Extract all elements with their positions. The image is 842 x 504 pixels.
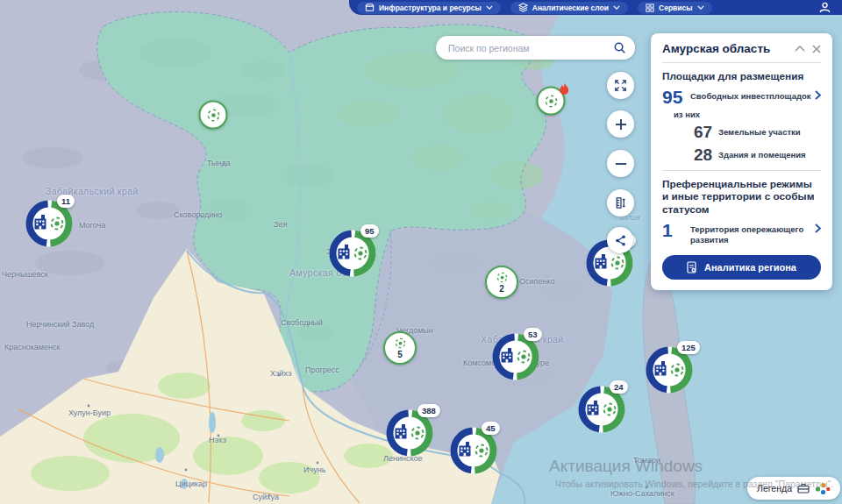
infrastructure-icon bbox=[365, 3, 375, 12]
menu-services[interactable]: Сервисы bbox=[638, 2, 712, 14]
spot-count: 5 bbox=[397, 351, 403, 359]
menu-infrastructure[interactable]: Инфраструктура и ресурсы bbox=[357, 2, 501, 14]
zoom-out-button[interactable] bbox=[607, 150, 634, 177]
map-cluster-marker[interactable]: 388 bbox=[386, 409, 433, 457]
cluster-count-badge: 53 bbox=[524, 328, 542, 341]
panel-title: Амурская область bbox=[662, 42, 788, 55]
of-them-label: из них bbox=[674, 110, 821, 119]
map-cluster-marker[interactable]: 125 bbox=[646, 346, 693, 394]
chevron-right-icon[interactable] bbox=[815, 88, 821, 100]
map-spot-marker[interactable] bbox=[199, 101, 228, 130]
map-spot-marker[interactable]: 2 bbox=[485, 266, 518, 299]
share-icon bbox=[613, 233, 628, 248]
expand-icon bbox=[614, 79, 627, 92]
user-button[interactable] bbox=[819, 2, 831, 13]
target-icon bbox=[496, 271, 509, 284]
chevron-up-icon[interactable] bbox=[795, 46, 805, 52]
region-panel: Амурская область Площадки для размещения… bbox=[651, 33, 832, 290]
land-plots-label: Земельные участки bbox=[718, 124, 821, 138]
region-search bbox=[436, 36, 635, 60]
layers-icon bbox=[518, 3, 528, 12]
ruler-button[interactable] bbox=[607, 189, 634, 217]
zoom-in-button[interactable] bbox=[607, 110, 634, 138]
target-icon bbox=[394, 337, 407, 350]
map-cluster-marker[interactable]: 95 bbox=[329, 230, 376, 277]
user-icon bbox=[819, 2, 831, 13]
app-window: Забайкальский крайМогочаЧернышевскНерчин… bbox=[0, 0, 842, 504]
cluster-count-badge: 11 bbox=[57, 195, 75, 208]
menu-label: Инфраструктура и ресурсы bbox=[379, 4, 482, 12]
spot-count: 2 bbox=[499, 285, 504, 294]
asez-label: Территория опережающего развития bbox=[690, 221, 811, 246]
buildings-count: 28 bbox=[694, 146, 718, 163]
cluster-count-badge: 95 bbox=[360, 224, 379, 238]
share-marker[interactable] bbox=[607, 227, 633, 253]
services-icon bbox=[646, 4, 654, 12]
buildings-label: Здания и помещения bbox=[718, 146, 821, 160]
cluster-count-badge: 388 bbox=[417, 404, 440, 417]
ruler-icon bbox=[614, 196, 627, 209]
fullscreen-button[interactable] bbox=[607, 72, 634, 99]
cluster-count-badge: 125 bbox=[677, 341, 700, 354]
menu-label: Аналитические слои bbox=[532, 4, 609, 12]
target-icon bbox=[543, 93, 559, 109]
cluster-count-badge: 45 bbox=[482, 422, 500, 435]
preferential-heading: Преференциальные режимы и иные территори… bbox=[662, 178, 821, 217]
map-spot-marker[interactable] bbox=[537, 87, 566, 116]
menu-analytic-layers[interactable]: Аналитические слои bbox=[510, 2, 628, 14]
minus-icon bbox=[615, 158, 627, 170]
asez-count: 1 bbox=[662, 221, 690, 239]
map-cluster-marker[interactable]: 45 bbox=[450, 427, 497, 474]
search-icon[interactable] bbox=[613, 41, 626, 54]
free-sites-count: 95 bbox=[662, 88, 690, 106]
map-cluster-marker[interactable]: 53 bbox=[492, 333, 539, 380]
document-icon bbox=[687, 261, 697, 273]
chevron-down-icon bbox=[486, 5, 493, 10]
land-plots-count: 67 bbox=[694, 124, 718, 140]
windows-activation-watermark: Активация Windows bbox=[549, 457, 703, 476]
cluster-count-badge: 24 bbox=[610, 380, 628, 394]
close-icon[interactable] bbox=[812, 45, 821, 53]
chevron-right-icon[interactable] bbox=[815, 221, 821, 233]
windows-activation-hint: Чтобы активировать Windows, перейдите в … bbox=[555, 479, 833, 489]
plus-icon bbox=[615, 118, 627, 131]
target-icon bbox=[205, 107, 221, 123]
map-spot-marker[interactable]: 5 bbox=[383, 331, 417, 365]
chevron-down-icon bbox=[697, 5, 704, 10]
analytics-button-label: Аналитика региона bbox=[704, 262, 796, 273]
chevron-down-icon bbox=[613, 5, 620, 10]
topbar: Инфраструктура и ресурсы Аналитические с… bbox=[349, 0, 842, 15]
fire-icon bbox=[559, 83, 570, 96]
free-sites-label: Свободных инвестплощадок bbox=[690, 88, 811, 102]
analytics-button[interactable]: Аналитика региона bbox=[662, 255, 821, 280]
menu-label: Сервисы bbox=[659, 4, 693, 12]
search-input[interactable] bbox=[448, 43, 613, 53]
map-cluster-marker[interactable]: 24 bbox=[578, 386, 625, 433]
map-cluster-marker[interactable]: 11 bbox=[25, 200, 73, 247]
placement-heading: Площадки для размещения bbox=[662, 70, 821, 83]
